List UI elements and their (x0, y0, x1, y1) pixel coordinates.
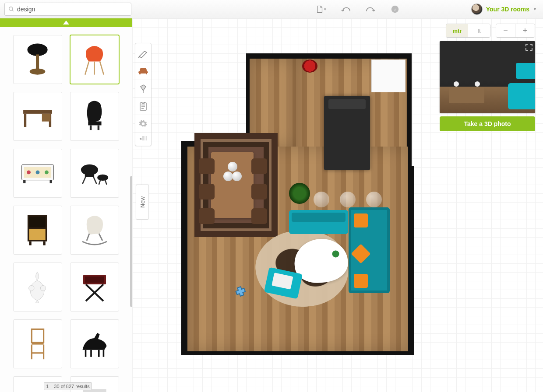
catalog-item-horse-lamp[interactable] (70, 319, 119, 368)
notes-tool[interactable] (135, 98, 151, 115)
svg-point-37 (41, 285, 46, 290)
svg-rect-5 (36, 54, 39, 69)
paint-tool[interactable] (135, 80, 151, 98)
sidebar-collapse-button[interactable] (0, 18, 132, 27)
object-dining-chair[interactable] (251, 158, 267, 174)
svg-rect-25 (85, 174, 94, 177)
svg-rect-33 (43, 242, 46, 245)
svg-line-28 (105, 180, 106, 185)
user-menu[interactable]: Your 3D rooms ▼ (471, 4, 537, 15)
object-plant[interactable] (289, 183, 310, 204)
object-dining-chair[interactable] (251, 184, 267, 200)
object-bar-stool[interactable] (314, 192, 329, 207)
catalog-item-rocking-chair[interactable] (70, 206, 119, 255)
undo-button[interactable] (341, 4, 351, 14)
catalog-item-orange-shell-chair[interactable] (70, 35, 119, 84)
object-dining-chair[interactable] (199, 158, 215, 174)
redo-button[interactable] (366, 4, 375, 14)
object-kitchen-island[interactable] (324, 96, 370, 170)
unit-imperial-button[interactable]: ft (468, 24, 490, 37)
svg-point-0 (9, 7, 13, 10)
svg-rect-31 (29, 217, 46, 228)
info-button[interactable]: i (390, 4, 400, 14)
palette-collapse-button[interactable]: ◂ (135, 133, 151, 144)
svg-rect-14 (88, 122, 101, 126)
svg-line-8 (100, 61, 104, 74)
unit-metric-button[interactable]: mtr (446, 24, 468, 37)
svg-point-21 (44, 171, 48, 175)
object-sofa-small[interactable] (289, 210, 348, 234)
catalog-item-wooden-cabinet[interactable] (13, 206, 62, 255)
svg-rect-13 (42, 114, 50, 122)
chevron-down-icon: ▼ (533, 7, 537, 11)
catalog-item-black-armchair[interactable] (70, 92, 119, 141)
svg-line-7 (85, 61, 89, 74)
settings-tool[interactable] (135, 115, 151, 133)
catalog-item-white-vase[interactable] (13, 262, 62, 312)
object-pillow[interactable] (354, 214, 368, 228)
catalog-item-lounge-chair-ottoman[interactable] (70, 149, 119, 198)
avatar (471, 4, 483, 15)
zoom-out-button[interactable]: − (496, 24, 515, 37)
svg-rect-39 (85, 276, 104, 283)
search-box[interactable] (4, 3, 131, 16)
catalog-item-folding-side-table[interactable] (70, 262, 119, 312)
furniture-tool[interactable] (135, 63, 151, 80)
floorplan[interactable] (180, 53, 416, 357)
object-pillow[interactable] (354, 274, 368, 288)
zoom-controls: − + (496, 24, 535, 38)
svg-rect-32 (29, 242, 32, 245)
catalog-scroll[interactable]: 1 – 30 of 827 results (0, 27, 132, 392)
object-bar-stool[interactable] (340, 192, 356, 207)
svg-rect-41 (32, 342, 43, 344)
catalog-item-wooden-highchair[interactable] (13, 319, 62, 368)
chevron-up-icon (63, 21, 69, 25)
zoom-in-button[interactable]: + (515, 24, 535, 37)
svg-rect-23 (49, 180, 52, 183)
floorplan-canvas[interactable]: ◂ New (132, 18, 543, 392)
object-centerpiece[interactable] (223, 162, 242, 188)
unit-toggle: mtr ft (446, 24, 490, 38)
catalog-item-decorated-sideboard[interactable] (13, 149, 62, 198)
object-dining-chair[interactable] (251, 208, 267, 224)
toolbar-center: ▾ i (203, 4, 400, 14)
catalog-item-table-lamp[interactable] (13, 35, 62, 84)
catalog-item-writing-desk[interactable] (13, 92, 62, 141)
svg-point-6 (30, 68, 46, 74)
new-room-tab[interactable]: New (136, 185, 149, 220)
catalog-sidebar: 1 – 30 of 827 results (0, 18, 132, 392)
object-dining-chair[interactable] (199, 184, 215, 200)
top-toolbar: ▾ i Your 3D rooms ▼ (0, 0, 543, 18)
expand-icon[interactable] (525, 44, 532, 51)
user-menu-label: Your 3D rooms (486, 6, 529, 13)
svg-point-19 (27, 171, 31, 175)
svg-rect-40 (32, 329, 43, 342)
svg-rect-16 (98, 125, 99, 130)
svg-line-34 (87, 234, 89, 241)
results-count: 1 – 30 of 827 results (44, 382, 92, 390)
object-bar-stool[interactable] (366, 192, 382, 207)
object-counter[interactable] (371, 60, 405, 92)
search-input[interactable] (17, 6, 127, 13)
svg-point-24 (81, 164, 98, 175)
svg-point-36 (29, 285, 34, 290)
svg-point-20 (35, 171, 39, 175)
placement-cursor-icon (233, 286, 249, 298)
svg-point-4 (27, 44, 47, 56)
svg-line-27 (99, 180, 100, 185)
object-stool-red[interactable] (302, 60, 317, 73)
take-3d-photo-button[interactable]: Take a 3D photo (440, 116, 535, 131)
preview-3d[interactable] (440, 41, 535, 113)
svg-rect-30 (29, 229, 46, 240)
object-dining-chair[interactable] (199, 208, 215, 224)
svg-rect-11 (24, 114, 26, 127)
svg-text:i: i (394, 6, 395, 11)
svg-line-35 (99, 234, 102, 241)
search-icon (8, 6, 14, 12)
svg-rect-10 (23, 110, 52, 114)
draw-walls-tool[interactable] (135, 45, 151, 63)
svg-rect-22 (23, 180, 25, 183)
svg-rect-15 (90, 125, 92, 130)
svg-line-1 (12, 10, 14, 11)
new-document-button[interactable]: ▾ (317, 4, 326, 14)
